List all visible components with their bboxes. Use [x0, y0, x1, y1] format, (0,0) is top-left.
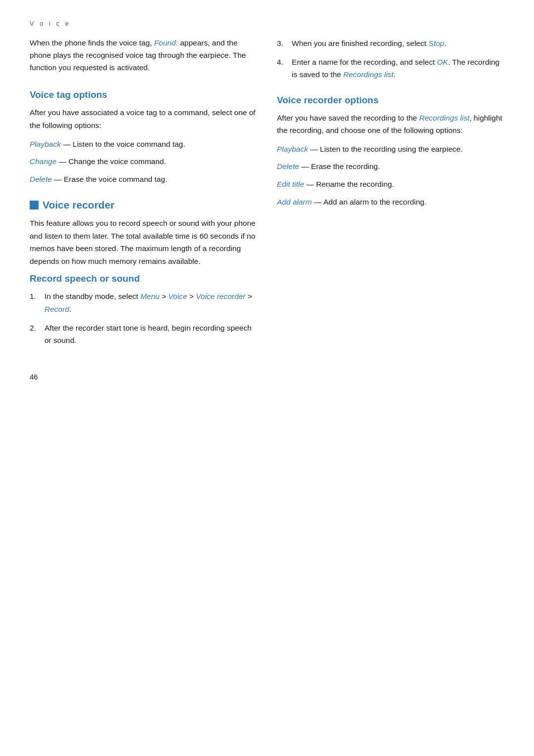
change-link: Change — [30, 157, 56, 166]
step2-num: 2. — [30, 322, 41, 347]
step4-text: Enter a name for the recording, and sele… — [292, 56, 504, 81]
voice-recorder-options-intro: After you have saved the recording to th… — [277, 112, 504, 137]
record-step-3: 3. When you are finished recording, sele… — [277, 37, 504, 50]
option-change: Change — Change the voice command. — [30, 155, 257, 168]
record-link: Record — [44, 305, 69, 313]
step4-num: 4. — [277, 56, 288, 81]
vr-delete-link: Delete — [277, 162, 299, 170]
voice-recorder-body: This feature allows you to record speech… — [30, 217, 257, 267]
delete-desc: — Erase the voice command tag. — [54, 175, 167, 183]
vr-delete-desc: — Erase the recording. — [301, 162, 380, 170]
step2-text: After the recorder start tone is heard, … — [44, 322, 257, 347]
vr-playback-link: Playback — [277, 145, 308, 153]
stop-link: Stop — [429, 39, 445, 47]
intro-paragraph: When the phone finds the voice tag, Foun… — [30, 37, 257, 74]
playback-link: Playback — [30, 140, 61, 148]
record-step-4: 4. Enter a name for the recording, and s… — [277, 56, 504, 81]
continued-steps-list: 3. When you are finished recording, sele… — [277, 37, 504, 81]
change-desc: — Change the voice command. — [59, 157, 166, 166]
vr-option-add-alarm: Add alarm — Add an alarm to the recordin… — [277, 196, 504, 209]
sep3: > — [248, 292, 252, 300]
voice-recorder-options-heading: Voice recorder options — [277, 95, 504, 106]
voice-recorder-heading-text: Voice recorder — [43, 199, 115, 211]
step1-num: 1. — [30, 290, 41, 315]
record-step-1: 1. In the standby mode, select Menu > Vo… — [30, 290, 257, 315]
recordings-list-link-2: Recordings list — [419, 114, 470, 122]
menu-link: Menu — [140, 292, 160, 300]
ok-link: OK — [437, 58, 448, 66]
vr-playback-desc: — Listen to the recording using the earp… — [310, 145, 462, 153]
voice-tag-options-heading: Voice tag options — [30, 89, 257, 100]
step1-text: In the standby mode, select Menu > Voice… — [44, 290, 257, 315]
page-label: V o i c e — [30, 20, 504, 27]
voice-tag-options-list: Playback — Listen to the voice command t… — [30, 138, 257, 186]
voice-recorder-heading: Voice recorder — [30, 199, 257, 211]
sep1: > — [162, 292, 168, 300]
vr-option-playback: Playback — Listen to the recording using… — [277, 143, 504, 156]
option-delete: Delete — Erase the voice command tag. — [30, 173, 257, 186]
vr-add-alarm-link: Add alarm — [277, 198, 312, 206]
vr-edit-title-link: Edit title — [277, 180, 304, 188]
voice-recorder-options-list: Playback — Listen to the recording using… — [277, 143, 504, 208]
recordings-list-link-1: Recordings list — [343, 70, 394, 79]
col-left: When the phone finds the voice tag, Foun… — [30, 37, 257, 353]
page-number: 46 — [30, 373, 504, 381]
intro-text1: When the phone finds the voice tag, — [30, 39, 152, 47]
record-steps-list: 1. In the standby mode, select Menu > Vo… — [30, 290, 257, 346]
option-playback: Playback — Listen to the voice command t… — [30, 138, 257, 151]
blue-square-icon — [30, 201, 39, 210]
voice-tag-options-intro: After you have associated a voice tag to… — [30, 106, 257, 131]
step3-num: 3. — [277, 37, 288, 50]
found-link: Found: — [154, 39, 178, 47]
voice-recorder-link: Voice recorder — [196, 292, 245, 300]
playback-desc: — Listen to the voice command tag. — [63, 140, 185, 148]
vr-edit-title-desc: — Rename the recording. — [306, 180, 394, 188]
col-right: 3. When you are finished recording, sele… — [277, 37, 504, 353]
record-step-2: 2. After the recorder start tone is hear… — [30, 322, 257, 347]
sep2: > — [189, 292, 196, 300]
record-speech-heading: Record speech or sound — [30, 273, 257, 284]
delete-link: Delete — [30, 175, 52, 183]
vr-option-edit-title: Edit title — Rename the recording. — [277, 178, 504, 191]
voice-link: Voice — [168, 292, 187, 300]
vr-add-alarm-desc: — Add an alarm to the recording. — [314, 198, 426, 206]
vr-option-delete: Delete — Erase the recording. — [277, 160, 504, 173]
step3-text: When you are finished recording, select … — [292, 37, 446, 50]
